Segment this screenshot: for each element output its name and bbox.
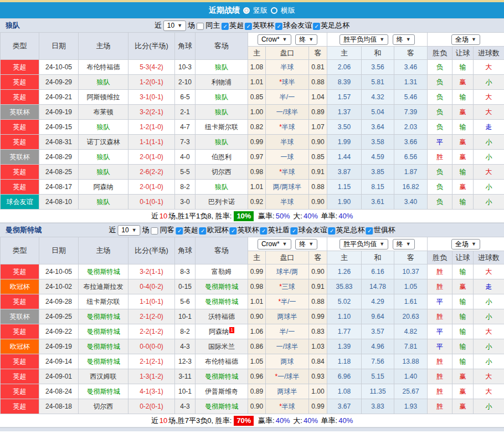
avg-home: 1.08 <box>327 384 362 399</box>
competition-badge: 英超 <box>1 384 39 399</box>
match-row: 英超24-09-01西汉姆联1-3(1-2)3-11曼彻斯特城0.96*一/球半… <box>1 369 504 384</box>
handicap: 半/一 <box>266 324 309 339</box>
checkbox-checked-icon[interactable] <box>366 227 373 235</box>
league-filter-label: 世俱杯 <box>374 225 395 235</box>
league-filter[interactable]: 球会友谊 <box>291 225 327 235</box>
scope-group-header: 全场▼ <box>428 237 504 251</box>
checkbox-checked-icon[interactable] <box>245 23 252 30</box>
col-date: 日期 <box>39 237 79 264</box>
checkbox-checked-icon[interactable] <box>313 23 320 30</box>
match-row: 英超24-08-31诺丁汉森林1-1(1-1)7-3狼队0.99半球0.901.… <box>1 135 504 150</box>
checkbox-checked-icon[interactable] <box>328 227 336 235</box>
match-scope-select[interactable]: 全场▼ <box>451 34 480 45</box>
result-handicap: 输 <box>452 294 474 309</box>
radio-horizontal-label[interactable]: 横版 <box>281 6 295 16</box>
corners: 3-0 <box>175 195 196 210</box>
col-result-wdl: 胜负 <box>428 251 452 264</box>
stat-value: 40% <box>276 416 290 425</box>
handicap: *半/一 <box>266 294 309 309</box>
col-avg-away: 客 <box>394 251 428 264</box>
chevron-down-icon: ▼ <box>132 226 137 235</box>
avg-time-select[interactable]: 终▼ <box>393 34 415 45</box>
same-venue-checkbox[interactable] <box>197 23 204 30</box>
league-filter[interactable]: 欧冠杯 <box>199 225 229 235</box>
radio-vertical-label[interactable]: 竖版 <box>253 6 268 16</box>
col-odds-home: 主 <box>248 251 266 264</box>
recent-count-select[interactable]: 10▼ <box>163 21 186 31</box>
league-filter[interactable]: 英足总杯 <box>328 225 365 235</box>
handicap-changed-icon: * <box>275 373 277 380</box>
recent-count-select[interactable]: 10▼ <box>117 225 140 236</box>
match-scope-select[interactable]: 全场▼ <box>451 239 480 249</box>
league-filter[interactable]: 英联杯 <box>230 225 259 235</box>
stat-value: 50% <box>276 212 290 220</box>
result-wdl: 胜 <box>428 264 452 279</box>
match-row: 英超24-08-18切尔西0-2(0-1)4-3曼彻斯特城0.90*半球0.99… <box>1 399 504 414</box>
avg-draw: 7.56 <box>362 354 394 369</box>
corners: 4-7 <box>175 120 196 135</box>
score: 1-1(1-1) <box>128 135 175 150</box>
league-filter[interactable]: 英足总杯 <box>313 21 349 30</box>
match-row: 欧冠杯24-10-02布拉迪斯拉发0-4(0-2)0-15曼彻斯特城0.98*三… <box>1 279 504 294</box>
odds-away: 0.99 <box>309 309 327 324</box>
league-filter[interactable]: 英超 <box>222 21 244 30</box>
games-label: 场 <box>142 225 150 235</box>
league-filter[interactable]: 英超 <box>176 225 198 235</box>
checkbox-checked-icon[interactable] <box>275 23 282 30</box>
summary-text: 近 <box>151 211 158 221</box>
away-team: 国际米兰 <box>196 339 248 354</box>
bookmaker-select[interactable]: Crow*▼ <box>258 239 291 249</box>
odds-home: 1.01 <box>248 75 266 90</box>
match-row: 英超24-10-05曼彻斯特城3-2(1-1)8-3富勒姆0.99球半/两0.9… <box>1 264 504 279</box>
checkbox-checked-icon[interactable] <box>222 23 229 30</box>
corners: 4-3 <box>175 339 196 354</box>
avg-type-select[interactable]: 胜平负均值▼ <box>340 34 388 45</box>
col-handicap: 盘口 <box>266 47 309 60</box>
col-result-handicap: 让球 <box>452 251 474 264</box>
odds-time-select[interactable]: 终▼ <box>295 239 317 249</box>
odds-group-header: Crow*▼ 终▼ <box>248 237 327 251</box>
checkbox-checked-icon[interactable] <box>176 227 183 235</box>
stat-value: 40% <box>304 416 318 425</box>
away-team: 狼队 <box>196 180 248 195</box>
corners: 10-3 <box>175 60 196 75</box>
league-filter-label: 英社盾 <box>268 225 290 235</box>
col-avg-draw: 和 <box>362 251 394 264</box>
checkbox-checked-icon[interactable] <box>199 227 207 235</box>
matches-tbody: 英超24-10-05布伦特福德5-3(4-2)10-3狼队1.08半球0.812… <box>1 60 504 210</box>
corners: 0-15 <box>175 279 196 294</box>
avg-draw: 5.04 <box>362 105 394 120</box>
bookmaker-select[interactable]: Crow*▼ <box>258 34 291 45</box>
league-filter-label: 球会友谊 <box>283 21 312 30</box>
col-avg-away: 客 <box>394 47 428 60</box>
league-filter[interactable]: 英社盾 <box>260 225 290 235</box>
col-odds-away: 客 <box>309 251 327 264</box>
result-wdl: 负 <box>428 60 452 75</box>
near-label: 近 <box>109 225 116 235</box>
same-venue-checkbox[interactable] <box>151 227 158 235</box>
radio-horizontal-layout[interactable] <box>271 7 277 14</box>
result-handicap: 赢 <box>452 105 474 120</box>
col-home: 主场 <box>79 33 128 60</box>
odds-time-select[interactable]: 终▼ <box>295 34 317 45</box>
odds-home: 0.86 <box>248 339 266 354</box>
col-score: 比分(半场) <box>128 237 175 264</box>
match-row: 英联杯24-09-25曼彻斯特城2-1(2-0)10-1沃特福德0.90两球半0… <box>1 309 504 324</box>
match-date: 24-09-15 <box>39 120 79 135</box>
radio-vertical-layout[interactable] <box>243 7 250 14</box>
avg-time-select[interactable]: 终▼ <box>393 239 415 249</box>
checkbox-checked-icon[interactable] <box>230 227 237 235</box>
league-filter[interactable]: 球会友谊 <box>275 21 312 30</box>
handicap: 两/两球半 <box>266 180 309 195</box>
score: 2-1(2-1) <box>128 354 175 369</box>
handicap: *三球 <box>266 279 309 294</box>
home-team: 纽卡斯尔联 <box>79 294 128 309</box>
avg-type-select[interactable]: 胜平负均值▼ <box>340 239 388 249</box>
recent-count-value: 10 <box>121 226 128 235</box>
match-date: 24-08-25 <box>39 165 79 180</box>
checkbox-checked-icon[interactable] <box>260 227 268 235</box>
league-filter[interactable]: 英联杯 <box>245 21 274 30</box>
league-filter[interactable]: 世俱杯 <box>366 225 395 235</box>
checkbox-checked-icon[interactable] <box>291 227 298 235</box>
score: 1-2(1-0) <box>128 120 175 135</box>
